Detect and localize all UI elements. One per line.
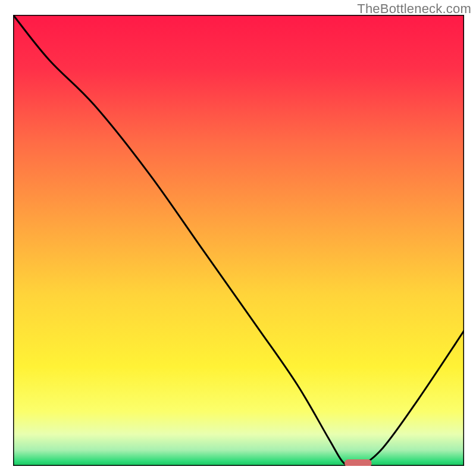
bottleneck-chart-svg	[13, 15, 464, 466]
chart-container: TheBottleneck.com	[0, 0, 476, 476]
sweet-spot-marker	[345, 459, 371, 466]
plot-area	[13, 15, 464, 466]
gradient-background	[13, 15, 464, 466]
